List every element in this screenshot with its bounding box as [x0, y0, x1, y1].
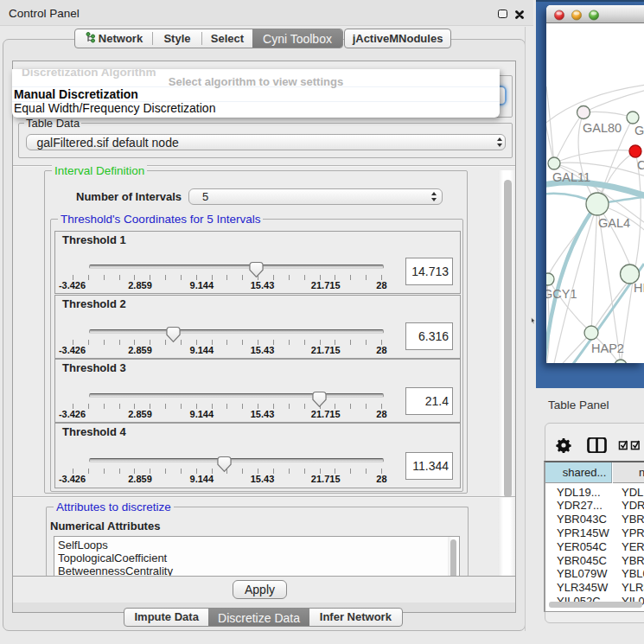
svg-text:HAP2: HAP2	[591, 341, 624, 355]
svg-text:GAL4: GAL4	[598, 216, 630, 230]
svg-text:CR: CR	[637, 158, 644, 172]
svg-text:GAL11: GAL11	[552, 170, 590, 184]
svg-text:GCY1: GCY1	[546, 287, 577, 301]
svg-text:GAL1: GAL1	[634, 124, 644, 137]
svg-text:HM: HM	[634, 281, 644, 295]
svg-text:GAL80: GAL80	[583, 121, 622, 135]
